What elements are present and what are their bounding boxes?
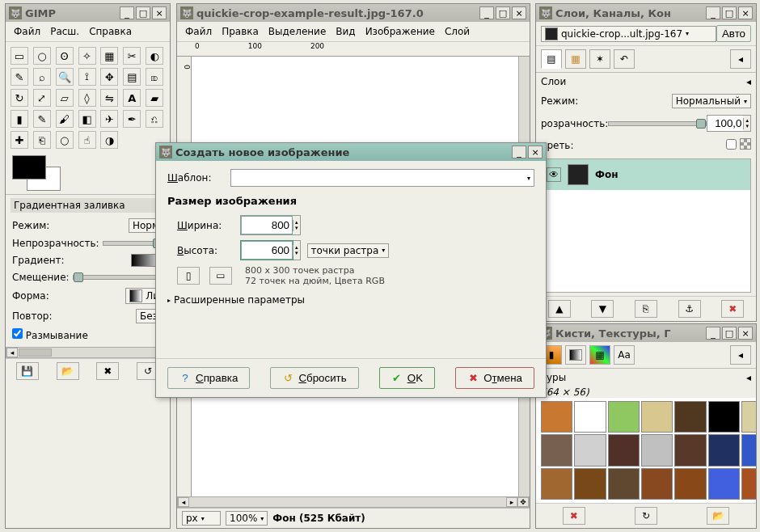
texture-swatch[interactable] [574,468,606,500]
menu-file[interactable]: Файл [182,24,215,39]
eraser-tool[interactable]: ◧ [78,110,96,128]
minimize-button[interactable]: _ [706,327,720,340]
menu-view[interactable]: Вид [332,24,358,39]
texture-swatch[interactable] [741,468,756,500]
close-button[interactable]: × [512,6,526,19]
opacity-slider[interactable] [103,241,163,246]
fg-color[interactable] [12,155,46,179]
picker-tool[interactable]: ⌕ [33,68,51,86]
layer-opacity-slider[interactable] [608,121,707,126]
unit-dropdown[interactable]: px▾ [182,511,221,526]
texture-swatch[interactable] [708,401,740,433]
maximize-button[interactable]: □ [722,327,737,340]
tab-menu-icon[interactable]: ◂ [730,345,751,365]
fonts-tab[interactable]: Aa [614,345,635,365]
shear-tool[interactable]: ▱ [56,89,74,107]
ok-button[interactable]: ✔ OK [379,367,435,389]
menu-edit[interactable]: Правка [218,24,262,39]
undo-tab[interactable]: ↶ [614,49,635,69]
path-tool[interactable]: ✎ [11,68,28,86]
texture-swatch[interactable] [708,468,740,500]
texture-swatch[interactable] [541,468,572,500]
dodge-tool[interactable]: ◑ [100,131,118,149]
airbrush-tool[interactable]: ✈ [100,110,118,128]
texture-swatch[interactable] [608,434,640,466]
menu-image[interactable]: Изображение [362,24,438,39]
rect-select-tool[interactable]: ▭ [11,47,28,65]
maximize-button[interactable]: □ [136,6,150,19]
measure-tool[interactable]: ⟟ [78,68,96,86]
pencil-tool[interactable]: ✎ [33,110,51,128]
layer-up-button[interactable]: ▲ [548,300,571,318]
menu-layer[interactable]: Слой [441,24,473,39]
save-options-button[interactable]: 💾 [16,362,39,380]
toolbox-titlebar[interactable]: 🐺 GIMP _ □ × [6,4,170,22]
delete-texture-button[interactable]: ✖ [563,507,585,525]
texture-swatch[interactable] [608,468,640,500]
texture-swatch[interactable] [641,401,673,433]
heal-tool[interactable]: ✚ [11,131,28,149]
lasso-tool[interactable]: ʘ [56,47,74,65]
layer-anchor-button[interactable]: ⚓ [678,300,701,318]
channels-tab[interactable]: ▦ [565,49,586,69]
menu-file[interactable]: Файл [11,24,44,39]
rotate-tool[interactable]: ↻ [11,89,28,107]
close-button[interactable]: × [738,327,753,340]
texture-swatch[interactable] [674,434,706,466]
layer-down-button[interactable]: ▼ [591,300,614,318]
bucket-tool[interactable]: ▰ [146,89,163,107]
layer-delete-button[interactable]: ✖ [721,300,744,318]
lock-alpha-checkbox[interactable] [726,139,737,150]
cancel-button[interactable]: ✖ Отмена [455,367,534,389]
menu-ext[interactable]: Расш. [47,24,82,39]
minimize-button[interactable]: _ [120,6,134,19]
advanced-expander[interactable]: ▸ Расширенные параметры [167,294,534,306]
reset-button[interactable]: ↺ Сбросить [270,367,358,389]
texture-swatch[interactable] [741,434,756,466]
texture-swatch[interactable] [641,468,673,500]
blur-tool[interactable]: ○ [56,131,74,149]
delete-options-button[interactable]: ✖ [96,362,119,380]
refresh-button[interactable]: ↻ [635,507,657,525]
palettes-tab[interactable]: ▦ [589,345,610,365]
layer-duplicate-button[interactable]: ⎘ [635,300,657,318]
texture-swatch[interactable] [541,401,572,433]
section-menu-icon[interactable]: ◂ [746,372,751,383]
smudge-tool[interactable]: ☝ [78,131,96,149]
scale-tool[interactable]: ⤢ [33,89,51,107]
align-tool[interactable]: ▤ [123,68,141,86]
minimize-button[interactable]: _ [512,146,526,158]
close-button[interactable]: × [528,146,543,158]
texture-swatch[interactable] [708,434,740,466]
texture-swatch[interactable] [574,434,606,466]
open-folder-button[interactable]: 📂 [707,507,729,525]
maximize-button[interactable]: □ [722,6,737,19]
image-titlebar[interactable]: 🐺 quickie-crop-example-result.jpg-167.0 … [177,4,530,22]
move-tool[interactable]: ✥ [100,68,118,86]
opacity-spinbox[interactable]: ▴▾ [707,115,751,132]
fg-select-tool[interactable]: ◐ [146,47,163,65]
texture-swatch[interactable] [641,434,673,466]
unit-dropdown[interactable]: точки растра ▾ [307,243,390,258]
menu-help[interactable]: Справка [86,24,135,39]
layers-tab[interactable]: ▤ [541,49,562,69]
texture-swatch[interactable] [674,468,706,500]
dialog-titlebar[interactable]: 🐺 Создать новое изображение _ × [156,143,546,161]
blur-checkbox[interactable]: Размывание [12,328,88,341]
auto-button[interactable]: Авто [716,25,751,42]
portrait-button[interactable]: ▯ [177,267,200,285]
tab-menu-icon[interactable]: ◂ [730,49,751,69]
texture-swatch[interactable] [574,401,606,433]
layer-mode-dropdown[interactable]: Нормальный▾ [672,94,751,108]
minimize-button[interactable]: _ [706,6,720,19]
section-menu-icon[interactable]: ◂ [746,76,751,87]
layer-item[interactable]: 👁 Фон [542,159,750,190]
brushes-titlebar[interactable]: 🐺 Кисти, Текстуры, Г _ □ × [536,324,756,342]
texture-swatch[interactable] [674,401,706,433]
zoom-dropdown[interactable]: 100%▾ [226,511,268,526]
paths-tab[interactable]: ✶ [589,49,610,69]
perspective-clone-tool[interactable]: ⎗ [33,131,51,149]
gradient-tool[interactable]: ▮ [11,110,28,128]
image-selector[interactable]: quickie-crop...ult.jpg-167 ▾ [541,26,716,42]
options-scrollbar[interactable]: ◂▸ [6,347,170,358]
